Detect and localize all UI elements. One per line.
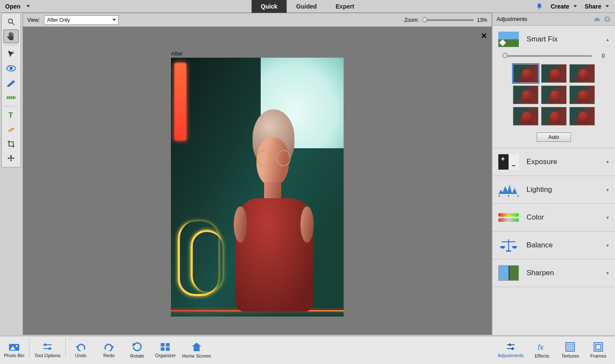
expand-icon[interactable]: ▾: [606, 187, 609, 193]
taskbar-home-screen[interactable]: Home Screen: [179, 338, 214, 363]
taskbar-label: Textures: [561, 353, 579, 358]
smartfix-value: 0: [596, 53, 605, 59]
svg-rect-13: [594, 20, 600, 21]
dropdown-icon: [26, 5, 30, 7]
photo-bin-icon: [9, 343, 20, 351]
zoom-slider[interactable]: [422, 19, 474, 21]
taskbar-textures[interactable]: Textures: [556, 338, 584, 363]
share-label: Share: [585, 3, 601, 10]
dropdown-icon: [112, 19, 116, 21]
svg-text:?: ?: [606, 17, 609, 21]
options-bar: View: After Only Zoom: 13%: [23, 13, 492, 26]
lighting-header[interactable]: ▴▴▴ Lighting ▾: [492, 176, 615, 203]
open-menu[interactable]: Open: [0, 3, 35, 10]
help-icon[interactable]: ?: [604, 16, 611, 23]
preset-8[interactable]: [541, 107, 567, 126]
section-balance: Balance ▾: [492, 232, 615, 259]
top-menu-bar: Open Quick Guided Expert Create Share: [0, 0, 615, 13]
svg-rect-29: [161, 343, 165, 346]
zoom-thumb[interactable]: [422, 17, 427, 22]
section-color: Color ▾: [492, 204, 615, 232]
taskbar-adjustments[interactable]: Adjustments: [494, 338, 528, 363]
smartfix-icon: [498, 32, 519, 47]
create-menu[interactable]: Create: [550, 3, 577, 10]
taskbar-redo[interactable]: Redo: [95, 338, 123, 363]
taskbar: Photo Bin Tool Options Undo Redo Rotate …: [0, 336, 615, 364]
crop-tool[interactable]: [3, 137, 19, 151]
slider-thumb[interactable]: [503, 53, 508, 58]
collapse-icon[interactable]: ▴: [606, 37, 609, 42]
whiten-teeth-tool[interactable]: [3, 76, 19, 90]
taskbar-label: Rotate: [130, 353, 144, 358]
taskbar-label: Organizer: [155, 353, 176, 358]
smartfix-slider[interactable]: 0: [492, 53, 615, 62]
lighting-icon: ▴▴▴: [498, 182, 519, 197]
hand-tool[interactable]: [3, 29, 19, 43]
taskbar-label: Home Screen: [182, 353, 211, 358]
sharpen-header[interactable]: Sharpen ▾: [492, 259, 615, 287]
svg-line-1: [12, 23, 15, 25]
straighten-tool[interactable]: [3, 91, 19, 104]
taskbar-label: Adjustments: [498, 353, 524, 358]
mode-quick[interactable]: Quick: [251, 0, 287, 13]
svg-marker-33: [192, 343, 201, 351]
spot-heal-tool[interactable]: [3, 123, 19, 136]
taskbar-label: Redo: [103, 353, 115, 358]
reset-icon[interactable]: [594, 16, 600, 22]
redo-icon: [104, 343, 114, 351]
taskbar-frames[interactable]: Frames: [584, 338, 612, 363]
preset-3[interactable]: [569, 64, 595, 83]
mode-guided[interactable]: Guided: [287, 0, 326, 13]
preset-2[interactable]: [541, 64, 567, 83]
view-select[interactable]: After Only: [44, 15, 119, 25]
taskbar-label: Tool Options: [34, 353, 60, 358]
expand-icon[interactable]: ▾: [606, 270, 609, 276]
preset-6[interactable]: [569, 85, 595, 104]
open-label: Open: [5, 3, 21, 10]
move-tool[interactable]: [3, 152, 19, 165]
taskbar-rotate[interactable]: Rotate: [123, 338, 151, 363]
textures-icon: [565, 342, 575, 352]
taskbar-photo-bin[interactable]: Photo Bin: [0, 338, 28, 363]
section-smartfix: Smart Fix ▴ 0 Auto: [492, 26, 615, 148]
color-title: Color: [527, 213, 599, 222]
taskbar-undo[interactable]: Undo: [67, 338, 95, 363]
rotate-icon: [132, 342, 143, 352]
zoom-tool[interactable]: [3, 15, 19, 29]
panel-title: Adjustments: [497, 16, 527, 22]
balance-header[interactable]: Balance ▾: [492, 232, 615, 259]
preset-4[interactable]: [513, 85, 538, 104]
expand-icon[interactable]: ▾: [606, 243, 609, 248]
color-header[interactable]: Color ▾: [492, 204, 615, 231]
notifications-icon[interactable]: [536, 3, 543, 10]
smartfix-header[interactable]: Smart Fix ▴: [492, 26, 615, 53]
exposure-header[interactable]: Exposure ▾: [492, 148, 615, 176]
adjustments-panel: Adjustments ? Smart Fix ▴ 0 Auto: [492, 13, 615, 335]
taskbar-tool-options[interactable]: Tool Options: [30, 338, 65, 363]
create-label: Create: [550, 3, 569, 10]
expand-icon[interactable]: ▾: [606, 159, 609, 165]
zoom-label: Zoom:: [404, 17, 419, 23]
document-image[interactable]: [171, 58, 344, 317]
expand-icon[interactable]: ▾: [606, 215, 609, 220]
auto-button[interactable]: Auto: [537, 132, 571, 142]
svg-text:+: +: [8, 65, 10, 68]
taskbar-organizer[interactable]: Organizer: [151, 338, 179, 363]
mode-expert[interactable]: Expert: [326, 0, 364, 13]
close-document-icon[interactable]: ✕: [481, 31, 487, 41]
dropdown-icon: [606, 5, 609, 7]
preset-7[interactable]: [513, 107, 538, 126]
panel-header: Adjustments ?: [492, 13, 615, 26]
preset-1[interactable]: [513, 64, 538, 83]
type-tool[interactable]: T: [3, 108, 19, 122]
home-icon: [191, 342, 202, 352]
preset-5[interactable]: [541, 85, 567, 104]
organizer-icon: [160, 343, 171, 351]
section-exposure: Exposure ▾: [492, 148, 615, 176]
share-menu[interactable]: Share: [585, 3, 609, 10]
sharpen-title: Sharpen: [527, 269, 599, 277]
quick-select-tool[interactable]: [3, 47, 19, 61]
taskbar-effects[interactable]: fx Effects: [528, 338, 556, 363]
preset-9[interactable]: [569, 107, 595, 126]
redeye-tool[interactable]: +: [3, 62, 19, 75]
